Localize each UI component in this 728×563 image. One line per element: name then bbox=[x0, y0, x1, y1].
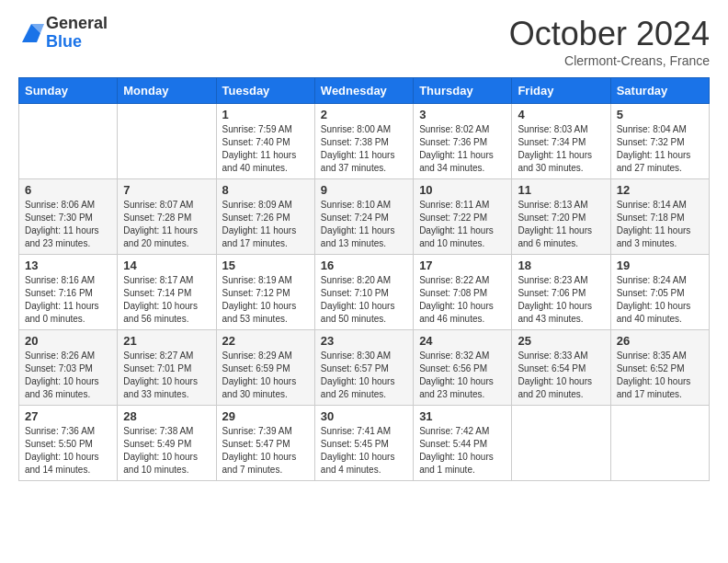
sunset-text: Sunset: 7:10 PM bbox=[321, 287, 407, 300]
day-info: Sunrise: 8:09 AMSunset: 7:26 PMDaylight:… bbox=[222, 199, 309, 250]
sunrise-text: Sunrise: 8:23 AM bbox=[518, 274, 604, 287]
calendar-week-row: 13Sunrise: 8:16 AMSunset: 7:16 PMDayligh… bbox=[19, 255, 710, 330]
day-info: Sunrise: 8:29 AMSunset: 6:59 PMDaylight:… bbox=[222, 350, 309, 401]
sunrise-text: Sunrise: 8:20 AM bbox=[321, 274, 407, 287]
day-info: Sunrise: 7:36 AMSunset: 5:50 PMDaylight:… bbox=[25, 425, 111, 477]
sunset-text: Sunset: 6:57 PM bbox=[321, 362, 407, 375]
day-info: Sunrise: 7:41 AMSunset: 5:45 PMDaylight:… bbox=[321, 425, 407, 477]
sunrise-text: Sunrise: 8:02 AM bbox=[419, 123, 506, 136]
calendar-header-row: Sunday Monday Tuesday Wednesday Thursday… bbox=[19, 78, 710, 104]
logo: General Blue bbox=[18, 15, 108, 52]
col-tuesday: Tuesday bbox=[216, 78, 314, 104]
day-number: 12 bbox=[617, 183, 703, 197]
table-row: 26Sunrise: 8:35 AMSunset: 6:52 PMDayligh… bbox=[610, 330, 709, 406]
table-row: 29Sunrise: 7:39 AMSunset: 5:47 PMDayligh… bbox=[216, 406, 314, 481]
table-row: 16Sunrise: 8:20 AMSunset: 7:10 PMDayligh… bbox=[314, 255, 413, 330]
sunset-text: Sunset: 7:03 PM bbox=[25, 362, 111, 375]
table-row: 6Sunrise: 8:06 AMSunset: 7:30 PMDaylight… bbox=[19, 179, 118, 255]
daylight-text: Daylight: 10 hours and 14 minutes. bbox=[25, 451, 111, 477]
day-number: 13 bbox=[25, 259, 111, 272]
table-row: 12Sunrise: 8:14 AMSunset: 7:18 PMDayligh… bbox=[610, 179, 709, 255]
sunset-text: Sunset: 7:12 PM bbox=[222, 287, 309, 300]
day-info: Sunrise: 8:27 AMSunset: 7:01 PMDaylight:… bbox=[123, 350, 210, 401]
calendar-week-row: 1Sunrise: 7:59 AMSunset: 7:40 PMDaylight… bbox=[19, 104, 710, 179]
table-row: 19Sunrise: 8:24 AMSunset: 7:05 PMDayligh… bbox=[610, 255, 709, 330]
sunrise-text: Sunrise: 8:32 AM bbox=[419, 350, 506, 362]
day-info: Sunrise: 8:07 AMSunset: 7:28 PMDaylight:… bbox=[123, 199, 210, 250]
sunset-text: Sunset: 7:26 PM bbox=[222, 212, 309, 224]
table-row: 24Sunrise: 8:32 AMSunset: 6:56 PMDayligh… bbox=[414, 330, 512, 406]
sunset-text: Sunset: 6:52 PM bbox=[617, 362, 703, 375]
sunset-text: Sunset: 7:20 PM bbox=[518, 212, 604, 224]
day-number: 23 bbox=[321, 334, 407, 348]
table-row: 28Sunrise: 7:38 AMSunset: 5:49 PMDayligh… bbox=[118, 406, 216, 481]
table-row: 22Sunrise: 8:29 AMSunset: 6:59 PMDayligh… bbox=[216, 330, 314, 406]
daylight-text: Daylight: 11 hours and 6 minutes. bbox=[518, 224, 604, 250]
sunrise-text: Sunrise: 8:06 AM bbox=[25, 199, 111, 212]
logo-icon bbox=[18, 20, 44, 46]
day-info: Sunrise: 8:06 AMSunset: 7:30 PMDaylight:… bbox=[25, 199, 111, 250]
sunset-text: Sunset: 7:40 PM bbox=[222, 136, 309, 149]
day-number: 3 bbox=[419, 108, 506, 121]
day-info: Sunrise: 8:04 AMSunset: 7:32 PMDaylight:… bbox=[617, 123, 703, 175]
day-info: Sunrise: 8:20 AMSunset: 7:10 PMDaylight:… bbox=[321, 274, 407, 326]
calendar-body: 1Sunrise: 7:59 AMSunset: 7:40 PMDaylight… bbox=[19, 104, 710, 481]
col-saturday: Saturday bbox=[610, 78, 709, 104]
daylight-text: Daylight: 11 hours and 0 minutes. bbox=[25, 300, 111, 326]
day-info: Sunrise: 8:00 AMSunset: 7:38 PMDaylight:… bbox=[321, 123, 407, 175]
location-subtitle: Clermont-Creans, France bbox=[509, 53, 710, 68]
sunrise-text: Sunrise: 8:16 AM bbox=[25, 274, 111, 287]
sunrise-text: Sunrise: 8:13 AM bbox=[518, 199, 604, 212]
sunrise-text: Sunrise: 8:27 AM bbox=[123, 350, 210, 362]
daylight-text: Daylight: 10 hours and 46 minutes. bbox=[419, 300, 506, 326]
day-info: Sunrise: 8:13 AMSunset: 7:20 PMDaylight:… bbox=[518, 199, 604, 250]
day-number: 1 bbox=[222, 108, 309, 121]
sunset-text: Sunset: 7:01 PM bbox=[123, 362, 210, 375]
table-row: 11Sunrise: 8:13 AMSunset: 7:20 PMDayligh… bbox=[512, 179, 610, 255]
col-monday: Monday bbox=[118, 78, 216, 104]
day-number: 30 bbox=[321, 409, 407, 423]
day-number: 16 bbox=[321, 259, 407, 272]
day-number: 14 bbox=[123, 259, 210, 272]
daylight-text: Daylight: 11 hours and 37 minutes. bbox=[321, 149, 407, 175]
day-info: Sunrise: 8:16 AMSunset: 7:16 PMDaylight:… bbox=[25, 274, 111, 326]
sunrise-text: Sunrise: 8:00 AM bbox=[321, 123, 407, 136]
sunset-text: Sunset: 6:56 PM bbox=[419, 362, 506, 375]
day-number: 27 bbox=[25, 409, 111, 423]
calendar-week-row: 6Sunrise: 8:06 AMSunset: 7:30 PMDaylight… bbox=[19, 179, 710, 255]
sunset-text: Sunset: 7:16 PM bbox=[25, 287, 111, 300]
day-number: 26 bbox=[617, 334, 703, 348]
day-number: 6 bbox=[25, 183, 111, 197]
sunset-text: Sunset: 7:34 PM bbox=[518, 136, 604, 149]
day-number: 11 bbox=[518, 183, 604, 197]
daylight-text: Daylight: 10 hours and 1 minute. bbox=[419, 451, 506, 477]
sunrise-text: Sunrise: 7:41 AM bbox=[321, 425, 407, 438]
table-row: 8Sunrise: 8:09 AMSunset: 7:26 PMDaylight… bbox=[216, 179, 314, 255]
table-row bbox=[512, 406, 610, 481]
day-info: Sunrise: 8:30 AMSunset: 6:57 PMDaylight:… bbox=[321, 350, 407, 401]
sunrise-text: Sunrise: 8:07 AM bbox=[123, 199, 210, 212]
daylight-text: Daylight: 11 hours and 30 minutes. bbox=[518, 149, 604, 175]
table-row: 15Sunrise: 8:19 AMSunset: 7:12 PMDayligh… bbox=[216, 255, 314, 330]
sunset-text: Sunset: 5:45 PM bbox=[321, 438, 407, 451]
daylight-text: Daylight: 10 hours and 30 minutes. bbox=[222, 375, 309, 401]
daylight-text: Daylight: 10 hours and 53 minutes. bbox=[222, 300, 309, 326]
day-number: 29 bbox=[222, 409, 309, 423]
day-info: Sunrise: 8:02 AMSunset: 7:36 PMDaylight:… bbox=[419, 123, 506, 175]
day-info: Sunrise: 8:19 AMSunset: 7:12 PMDaylight:… bbox=[222, 274, 309, 326]
table-row: 25Sunrise: 8:33 AMSunset: 6:54 PMDayligh… bbox=[512, 330, 610, 406]
table-row: 1Sunrise: 7:59 AMSunset: 7:40 PMDaylight… bbox=[216, 104, 314, 179]
sunrise-text: Sunrise: 8:17 AM bbox=[123, 274, 210, 287]
sunset-text: Sunset: 7:08 PM bbox=[419, 287, 506, 300]
day-info: Sunrise: 8:22 AMSunset: 7:08 PMDaylight:… bbox=[419, 274, 506, 326]
sunset-text: Sunset: 6:54 PM bbox=[518, 362, 604, 375]
day-info: Sunrise: 8:17 AMSunset: 7:14 PMDaylight:… bbox=[123, 274, 210, 326]
sunset-text: Sunset: 7:32 PM bbox=[617, 136, 703, 149]
table-row: 27Sunrise: 7:36 AMSunset: 5:50 PMDayligh… bbox=[19, 406, 118, 481]
sunrise-text: Sunrise: 8:24 AM bbox=[617, 274, 703, 287]
sunset-text: Sunset: 7:18 PM bbox=[617, 212, 703, 224]
table-row: 3Sunrise: 8:02 AMSunset: 7:36 PMDaylight… bbox=[414, 104, 512, 179]
daylight-text: Daylight: 10 hours and 36 minutes. bbox=[25, 375, 111, 401]
day-number: 4 bbox=[518, 108, 604, 121]
col-thursday: Thursday bbox=[414, 78, 512, 104]
